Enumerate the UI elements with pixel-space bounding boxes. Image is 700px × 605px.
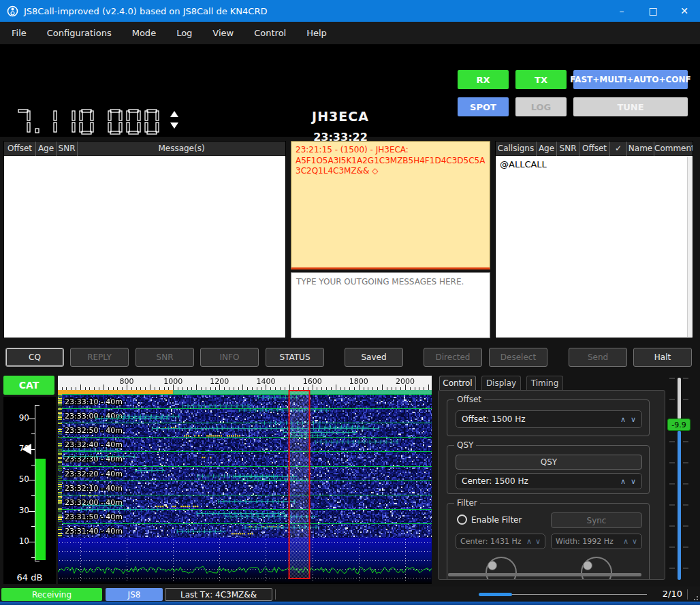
close-icon[interactable]: ✕	[669, 0, 700, 22]
offset-group: Offset Offset: 1500 Hz ∧∨	[447, 399, 650, 436]
slider-track-upper[interactable]	[678, 378, 681, 419]
menu-file[interactable]: File	[1, 22, 37, 44]
col-name[interactable]: Name	[627, 142, 654, 156]
deselect-button[interactable]: Deselect	[489, 348, 547, 367]
qsy-group: QSY QSY Center: 1500 Hz ∧∨	[447, 445, 650, 494]
meter-minor-tick	[31, 526, 35, 527]
band-activity-table[interactable]: Offset Age SNR Message(s)	[3, 141, 286, 338]
col-comment[interactable]: Comment	[654, 142, 693, 156]
spin-down-icon[interactable]: ∨	[632, 538, 637, 545]
offset-spinner[interactable]: Offset: 1500 Hz ∧∨	[456, 410, 642, 428]
snr-button[interactable]: SNR	[136, 348, 194, 367]
title-bar[interactable]: JS8Call-improved (v2.4.0) based on JS8Ca…	[0, 0, 700, 22]
rx-button[interactable]: RX	[458, 70, 509, 89]
col-age2[interactable]: Age	[537, 142, 557, 156]
panel-horizontal-scrollbar[interactable]	[448, 573, 641, 576]
col-callsigns[interactable]: Callsigns	[496, 142, 537, 156]
frequency-display[interactable]	[15, 108, 165, 137]
filter-center-spinner[interactable]: Center: 1431 Hz ∧∨	[456, 534, 545, 549]
mode-button[interactable]: FAST+MULTI+AUTO+CONF	[573, 70, 688, 89]
spin-down-icon[interactable]: ∨	[631, 416, 636, 423]
menu-mode[interactable]: Mode	[122, 22, 166, 44]
spin-down-icon[interactable]: ∨	[631, 478, 636, 485]
filter-group-label: Filter	[454, 498, 480, 508]
frequency-steppers[interactable]	[170, 111, 181, 129]
tab-control[interactable]: Control	[439, 376, 476, 390]
spot-button[interactable]: SPOT	[458, 97, 509, 116]
menu-view[interactable]: View	[202, 22, 244, 44]
qsy-button[interactable]: QSY	[456, 455, 642, 470]
slider-handle[interactable]: -9.9	[667, 419, 690, 431]
mode-status-button[interactable]: JS8	[106, 588, 163, 601]
band-activity-body[interactable]	[4, 156, 285, 338]
meter-label-50: 50	[9, 474, 29, 484]
frequency-up-icon[interactable]	[170, 111, 178, 117]
halt-button[interactable]: Halt	[633, 348, 692, 367]
filter-width-spinner[interactable]: Width: 1992 Hz ∧∨	[551, 534, 642, 549]
filter-group: Filter Enable Filter Sync Center: 1431 H…	[447, 503, 650, 580]
tx-button[interactable]: TX	[515, 70, 567, 89]
slider-ticks-left	[669, 378, 675, 581]
col-age[interactable]: Age	[36, 142, 57, 156]
col-snr[interactable]: SNR	[57, 142, 78, 156]
control-tab-panel: Offset Offset: 1500 Hz ∧∨ QSY QSY Center…	[438, 390, 665, 580]
col-check[interactable]: ✓	[610, 142, 627, 156]
directed-button[interactable]: Directed	[424, 348, 482, 367]
rx-messages-pane[interactable]: 23:21:15 - (1500) - JH3ECA: A5F1O5A3I5K1…	[291, 141, 490, 269]
spin-down-icon[interactable]: ∨	[535, 538, 541, 545]
log-button[interactable]: LOG	[515, 97, 567, 116]
gain-slider[interactable]: -9.9	[669, 376, 688, 583]
call-activity-header: Callsigns Age SNR Offset ✓ Name Comment	[496, 142, 693, 156]
receiving-status-button[interactable]: Receiving	[1, 588, 102, 601]
enable-filter-checkbox[interactable]	[457, 514, 467, 525]
menu-control[interactable]: Control	[244, 22, 296, 44]
menu-log[interactable]: Log	[166, 22, 202, 44]
spin-up-icon[interactable]: ∧	[620, 416, 626, 423]
last-tx-button[interactable]: Last Tx: 4C3MZ&&	[165, 588, 272, 601]
col-offset2[interactable]: Offset	[579, 142, 610, 156]
spin-up-icon[interactable]: ∧	[526, 538, 532, 545]
reply-button[interactable]: REPLY	[70, 348, 129, 367]
offset-group-label: Offset	[454, 395, 484, 404]
menu-configurations[interactable]: Configurations	[37, 22, 122, 44]
offset-spinner-value: Offset: 1500 Hz	[462, 414, 620, 424]
sync-button[interactable]: Sync	[551, 512, 642, 528]
info-button[interactable]: INFO	[200, 348, 259, 367]
status-button[interactable]: STATUS	[266, 348, 324, 367]
minimize-icon[interactable]: –	[606, 0, 637, 22]
spin-up-icon[interactable]: ∧	[623, 538, 629, 545]
menu-help[interactable]: Help	[296, 22, 337, 44]
spin-up-icon[interactable]: ∧	[620, 478, 626, 485]
tab-display[interactable]: Display	[481, 376, 521, 390]
slider-track-lower[interactable]	[678, 431, 681, 580]
cq-button[interactable]: CQ	[5, 348, 64, 367]
cat-button[interactable]: CAT	[3, 376, 54, 395]
rx-message-header: 23:21:15 - (1500) - JH3ECA:	[296, 145, 486, 156]
tab-timing[interactable]: Timing	[526, 376, 563, 390]
resize-grip[interactable]	[690, 592, 698, 600]
station-callsign: JH3ECA	[259, 109, 422, 124]
col-snr2[interactable]: SNR	[557, 142, 579, 156]
maximize-icon[interactable]: □	[637, 0, 669, 22]
meter-reading: 64 dB	[3, 572, 56, 583]
send-button[interactable]: Send	[569, 348, 627, 367]
call-activity-table[interactable]: Callsigns Age SNR Offset ✓ Name Comment …	[495, 141, 693, 338]
call-row-allcall[interactable]: @ALLCALL	[496, 156, 693, 169]
meter-minor-tick	[31, 465, 35, 465]
knob-indicator-icon	[488, 561, 497, 570]
qsy-center-spinner[interactable]: Center: 1500 Hz ∧∨	[456, 473, 642, 489]
enable-filter-label[interactable]: Enable Filter	[471, 515, 522, 525]
saved-button[interactable]: Saved	[345, 348, 403, 367]
meter-tick	[29, 511, 35, 512]
knob-indicator-icon	[583, 561, 592, 570]
frequency-down-icon[interactable]	[170, 122, 178, 129]
col-messages[interactable]: Message(s)	[78, 142, 285, 156]
call-activity-body[interactable]: @ALLCALL	[496, 156, 693, 338]
meter-label-10: 10	[9, 536, 29, 546]
meter-pointer-icon	[22, 444, 31, 455]
tune-button[interactable]: TUNE	[573, 97, 688, 116]
col-offset[interactable]: Offset	[4, 142, 36, 156]
waterfall-display[interactable]	[58, 376, 432, 584]
tx-compose-input[interactable]: TYPE YOUR OUTGOING MESSAGES HERE.	[291, 272, 490, 338]
call-activity-scrollbar[interactable]	[687, 157, 692, 337]
